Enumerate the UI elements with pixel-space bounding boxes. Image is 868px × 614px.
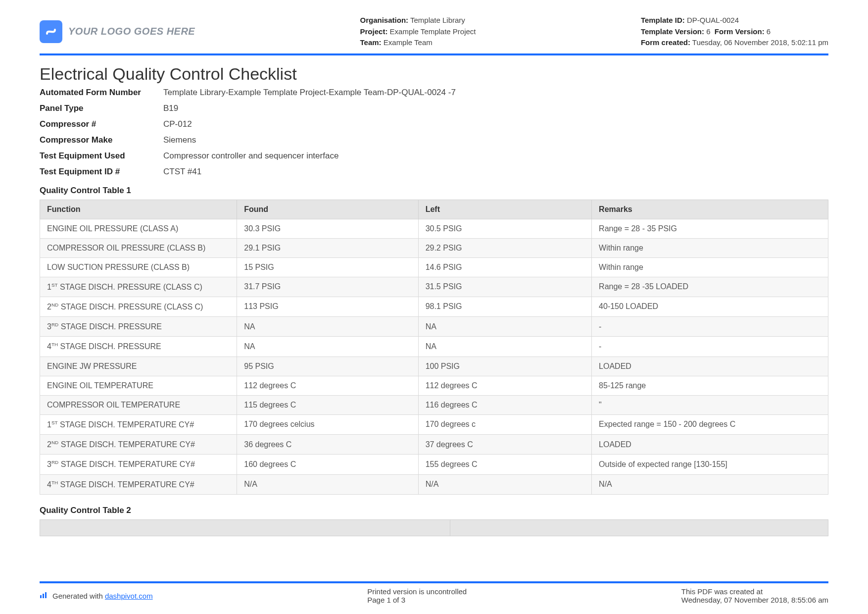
table-row: LOW SUCTION PRESSURE (CLASS B)15 PSIG14.… [40,257,828,277]
qc1-h-function: Function [40,200,237,219]
form-created-label: Form created: [641,38,690,47]
cell-remarks: 40-150 LOADED [592,297,828,316]
form-field-label: Automated Form Number [40,88,163,98]
table-row: 1ST STAGE DISCH. TEMPERATURE CY#170 degr… [40,414,828,434]
table-row: ENGINE OIL TEMPERATURE112 degrees C112 d… [40,376,828,395]
qc2-title: Quality Control Table 2 [40,506,828,515]
form-field-value: Template Library-Example Template Projec… [163,88,828,98]
form-field-value: CTST #41 [163,167,828,177]
cell-function: 4TH STAGE DISCH. PRESSURE [40,337,237,357]
template-id-value: DP-QUAL-0024 [687,16,739,24]
cell-remarks: Range = 28 - 35 PSIG [592,219,828,238]
form-field-value: B19 [163,103,828,113]
cell-found: N/A [237,474,418,494]
logo-block: YOUR LOGO GOES HERE [40,15,195,49]
cell-found: 31.7 PSIG [237,277,418,297]
logo-icon [40,20,62,43]
cell-function: ENGINE OIL TEMPERATURE [40,376,237,395]
cell-remarks: Expected range = 150 - 200 degrees C [592,414,828,434]
form-field-value: CP-012 [163,119,828,129]
qc1-h-found: Found [237,200,418,219]
cell-remarks: Within range [592,257,828,277]
cell-remarks: - [592,337,828,357]
footer-created-label: This PDF was created at [681,587,828,596]
cell-left: 98.1 PSIG [418,297,591,316]
document-header: YOUR LOGO GOES HERE Organisation: Templa… [40,15,828,55]
qc1-header-row: Function Found Left Remarks [40,200,828,219]
cell-left: 170 degrees c [418,414,591,434]
table-row: 4TH STAGE DISCH. TEMPERATURE CY#N/AN/AN/… [40,474,828,494]
cell-function: COMPRESSOR OIL PRESSURE (CLASS B) [40,238,237,257]
project-value: Example Template Project [390,27,476,36]
cell-remarks: Outside of expected range [130-155] [592,455,828,474]
form-version-value: 6 [767,27,771,36]
cell-remarks: Within range [592,238,828,257]
svg-rect-2 [45,592,47,598]
template-version-value: 6 [706,27,710,36]
header-meta-template: Template ID: DP-QUAL-0024 Template Versi… [641,15,828,49]
table-row: COMPRESSOR OIL PRESSURE (CLASS B)29.1 PS… [40,238,828,257]
cell-left: 116 degrees C [418,395,591,414]
cell-found: 95 PSIG [237,357,418,376]
qc1-h-left: Left [418,200,591,219]
cell-left: 29.2 PSIG [418,238,591,257]
cell-remarks: N/A [592,474,828,494]
cell-function: 4TH STAGE DISCH. TEMPERATURE CY# [40,474,237,494]
footer-generated-link[interactable]: dashpivot.com [105,592,153,600]
template-id-label: Template ID: [641,16,685,24]
footer-created-value: Wednesday, 07 November 2018, 8:55:06 am [681,596,828,604]
cell-found: 15 PSIG [237,257,418,277]
cell-found: NA [237,317,418,337]
org-label: Organisation: [360,16,409,24]
cell-left: 112 degrees C [418,376,591,395]
table-row: 1ST STAGE DISCH. PRESSURE (CLASS C)31.7 … [40,277,828,297]
qc-table-2-header [40,519,828,536]
footer-right: This PDF was created at Wednesday, 07 No… [681,587,828,604]
table-row: 3RD STAGE DISCH. TEMPERATURE CY#160 degr… [40,455,828,474]
cell-function: ENGINE JW PRESSURE [40,357,237,376]
cell-left: 14.6 PSIG [418,257,591,277]
table-row: 3RD STAGE DISCH. PRESSURENANA- [40,317,828,337]
cell-found: 170 degrees celcius [237,414,418,434]
table-row: COMPRESSOR OIL TEMPERATURE115 degrees C1… [40,395,828,414]
svg-rect-1 [43,594,44,598]
table-row: ENGINE OIL PRESSURE (CLASS A)30.3 PSIG30… [40,219,828,238]
page-title: Electrical Quality Control Checklist [40,64,828,84]
document-footer: Generated with dashpivot.com Printed ver… [40,581,828,604]
qc1-h-remarks: Remarks [592,200,828,219]
cell-remarks: 85-125 range [592,376,828,395]
cell-left: 155 degrees C [418,455,591,474]
project-label: Project: [360,27,388,36]
cell-left: 100 PSIG [418,357,591,376]
cell-found: NA [237,337,418,357]
table-row: 2ND STAGE DISCH. PRESSURE (CLASS C)113 P… [40,297,828,316]
cell-found: 36 degrees C [237,435,418,455]
cell-function: 1ST STAGE DISCH. PRESSURE (CLASS C) [40,277,237,297]
cell-remarks: " [592,395,828,414]
cell-found: 160 degrees C [237,455,418,474]
cell-function: LOW SUCTION PRESSURE (CLASS B) [40,257,237,277]
form-field-label: Compressor # [40,119,163,129]
header-meta-org: Organisation: Template Library Project: … [360,15,476,49]
team-label: Team: [360,38,382,47]
team-value: Example Team [384,38,433,47]
cell-left: NA [418,317,591,337]
cell-function: 1ST STAGE DISCH. TEMPERATURE CY# [40,414,237,434]
cell-found: 115 degrees C [237,395,418,414]
cell-left: 31.5 PSIG [418,277,591,297]
cell-function: COMPRESSOR OIL TEMPERATURE [40,395,237,414]
form-fields: Automated Form NumberTemplate Library-Ex… [40,88,828,177]
cell-function: 3RD STAGE DISCH. PRESSURE [40,317,237,337]
qc1-title: Quality Control Table 1 [40,186,828,196]
footer-generated: Generated with dashpivot.com [40,587,153,604]
footer-generated-prefix: Generated with [52,592,105,600]
form-version-label: Form Version: [715,27,765,36]
cell-found: 113 PSIG [237,297,418,316]
table-row: 2ND STAGE DISCH. TEMPERATURE CY#36 degre… [40,435,828,455]
cell-remarks: - [592,317,828,337]
template-version-label: Template Version: [641,27,704,36]
org-value: Template Library [410,16,465,24]
table-row: 4TH STAGE DISCH. PRESSURENANA- [40,337,828,357]
cell-function: ENGINE OIL PRESSURE (CLASS A) [40,219,237,238]
cell-found: 112 degrees C [237,376,418,395]
